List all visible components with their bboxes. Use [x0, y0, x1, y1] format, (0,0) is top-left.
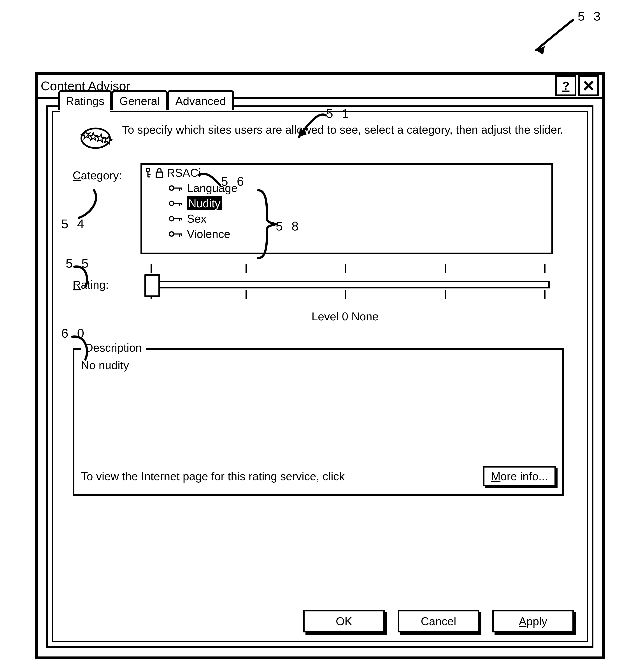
tab-general[interactable]: General	[112, 90, 168, 110]
tree-item-label: Violence	[187, 227, 231, 240]
slider-thumb[interactable]	[144, 274, 160, 297]
dialog-button-row: OK Cancel Apply	[53, 610, 574, 632]
svg-point-5	[146, 168, 150, 172]
tree-item-label: Nudity	[187, 196, 222, 210]
svg-marker-1	[81, 130, 91, 139]
tab-ratings[interactable]: Ratings	[58, 90, 112, 110]
category-label: Category:	[73, 169, 122, 182]
svg-marker-4	[103, 135, 113, 144]
tab-advanced[interactable]: Advanced	[167, 90, 234, 110]
callout-53: 5 3	[578, 9, 603, 24]
rating-slider[interactable]: Level 0 None	[140, 264, 550, 308]
rating-stars-icon	[77, 123, 114, 153]
cancel-button[interactable]: Cancel	[398, 610, 479, 632]
svg-rect-6	[156, 172, 162, 177]
description-hint: To view the Internet page for this ratin…	[81, 470, 345, 483]
slider-track	[149, 281, 550, 288]
instruction-text: To specify which sites users are allowed…	[122, 123, 564, 153]
description-group: Description No nudity To view the Intern…	[73, 348, 564, 496]
svg-point-7	[169, 186, 174, 190]
svg-point-10	[169, 232, 174, 236]
help-button[interactable]: ?	[555, 75, 576, 96]
key-icon	[168, 199, 184, 207]
svg-point-9	[169, 217, 174, 221]
more-info-button[interactable]: More info...	[483, 466, 556, 486]
tree-item-sex[interactable]: Sex	[142, 211, 551, 226]
close-icon	[583, 80, 594, 91]
tree-item-nudity[interactable]: Nudity	[142, 196, 551, 211]
tree-root-label: RSACi	[167, 166, 201, 179]
tree-item-label: Sex	[187, 212, 207, 225]
ok-button[interactable]: OK	[303, 610, 385, 632]
key-icon	[146, 167, 154, 178]
tree-item-violence[interactable]: Violence	[142, 226, 551, 242]
tab-panel-ratings: To specify which sites users are allowed…	[52, 111, 588, 642]
content-advisor-window: Content Advisor ? Ratings General Advanc…	[35, 72, 605, 659]
callout-51: 5 1	[326, 106, 351, 121]
apply-button[interactable]: Apply	[492, 610, 574, 632]
rating-level-text: Level 0 None	[140, 310, 550, 323]
key-icon	[168, 215, 184, 223]
key-icon	[168, 230, 184, 238]
svg-point-8	[169, 201, 174, 206]
svg-marker-2	[89, 133, 97, 140]
close-button[interactable]	[578, 75, 599, 96]
content-frame: Ratings General Advanced	[46, 105, 593, 648]
key-icon	[168, 184, 184, 192]
lock-icon	[155, 167, 164, 178]
